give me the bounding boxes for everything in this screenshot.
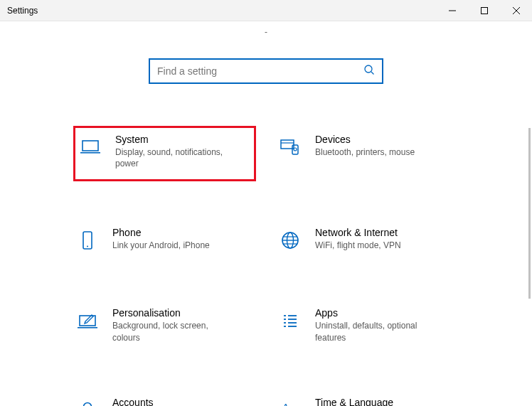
settings-grid: System Display, sound, notifications, po…	[74, 127, 458, 406]
paint-icon	[74, 307, 101, 334]
window-controls	[436, 0, 532, 21]
search-wrap	[0, 58, 532, 84]
tile-title: Phone	[112, 227, 210, 238]
search-input[interactable]	[157, 65, 363, 77]
list-icon	[277, 307, 304, 334]
tile-desc: WiFi, flight mode, VPN	[315, 240, 401, 251]
tile-title: System	[115, 134, 236, 145]
tile-system[interactable]: System Display, sound, notifications, po…	[74, 127, 255, 181]
svg-rect-6	[83, 141, 98, 151]
svg-rect-1	[481, 7, 487, 14]
tile-accounts[interactable]: Accounts Your accounts, email, sync, wor…	[74, 390, 255, 406]
laptop-icon	[77, 134, 104, 161]
tile-time-language[interactable]: A字 Time & Language Speech, region, date	[277, 390, 458, 406]
content-area: - System Display, sound, notifications, …	[0, 21, 532, 406]
search-box[interactable]	[149, 58, 383, 84]
svg-point-13	[87, 246, 88, 247]
devices-icon	[277, 134, 304, 161]
scrollbar-thumb[interactable]	[528, 128, 531, 299]
search-icon	[363, 64, 375, 78]
close-button[interactable]	[500, 0, 532, 21]
svg-point-11	[294, 148, 297, 151]
tile-desc: Background, lock screen, colours	[112, 320, 233, 343]
tile-personalisation[interactable]: Personalisation Background, lock screen,…	[74, 300, 255, 350]
tile-apps[interactable]: Apps Uninstall, defaults, optional featu…	[277, 300, 458, 350]
tile-title: Accounts	[112, 397, 233, 406]
svg-text:A: A	[282, 402, 289, 406]
svg-point-29	[84, 402, 92, 406]
maximize-button[interactable]	[468, 0, 500, 21]
globe-icon	[277, 227, 304, 254]
tile-desc: Display, sound, notifications, power	[115, 146, 236, 169]
phone-icon	[74, 227, 101, 254]
tile-title: Devices	[315, 134, 415, 145]
language-icon: A字	[277, 397, 304, 406]
tile-title: Network & Internet	[315, 227, 401, 238]
svg-point-4	[365, 65, 372, 73]
tile-title: Personalisation	[112, 307, 233, 319]
minimize-button[interactable]	[436, 0, 468, 21]
tile-desc: Bluetooth, printers, mouse	[315, 146, 415, 158]
tile-desc: Uninstall, defaults, optional features	[315, 320, 436, 343]
person-icon	[74, 397, 101, 406]
tile-devices[interactable]: Devices Bluetooth, printers, mouse	[277, 127, 458, 181]
tile-phone[interactable]: Phone Link your Android, iPhone	[74, 220, 255, 261]
tile-title: Apps	[315, 307, 436, 319]
titlebar: Settings	[0, 0, 532, 21]
tile-desc: Link your Android, iPhone	[112, 240, 210, 251]
svg-rect-10	[292, 145, 298, 154]
tile-network[interactable]: Network & Internet WiFi, flight mode, VP…	[277, 220, 458, 261]
svg-line-5	[371, 72, 374, 75]
tile-title: Time & Language	[315, 397, 394, 406]
window-title: Settings	[7, 6, 38, 16]
subtitle-dash: -	[0, 27, 532, 37]
